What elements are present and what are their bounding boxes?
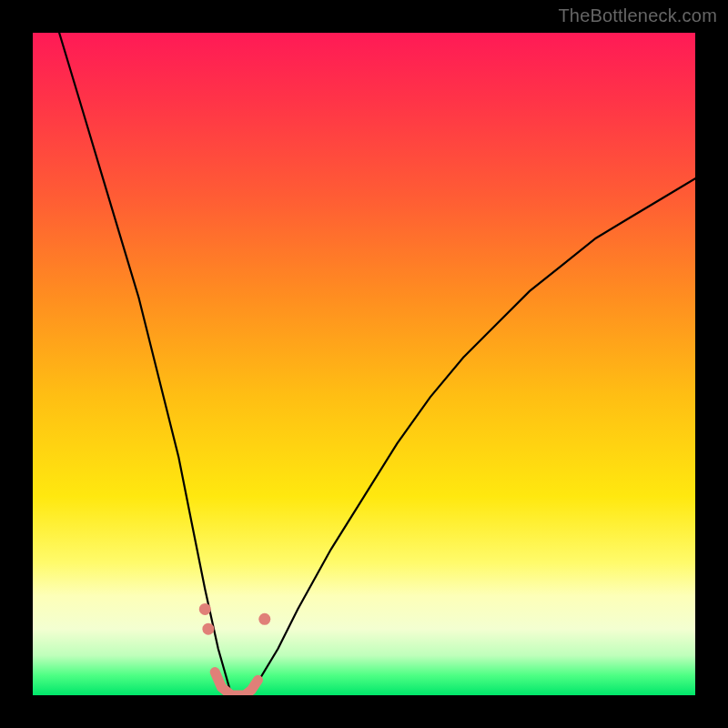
left-dot-lower: [202, 623, 214, 635]
trough-highlight: [215, 672, 258, 696]
right-dot: [258, 613, 270, 625]
watermark-text: TheBottleneck.com: [558, 5, 717, 26]
chart-svg: [33, 33, 695, 695]
bottleneck-curve: [59, 33, 695, 695]
left-dot-upper: [199, 603, 211, 615]
marker-group: [199, 603, 270, 635]
outer-frame: TheBottleneck.com: [0, 0, 728, 728]
plot-area: [33, 33, 695, 695]
